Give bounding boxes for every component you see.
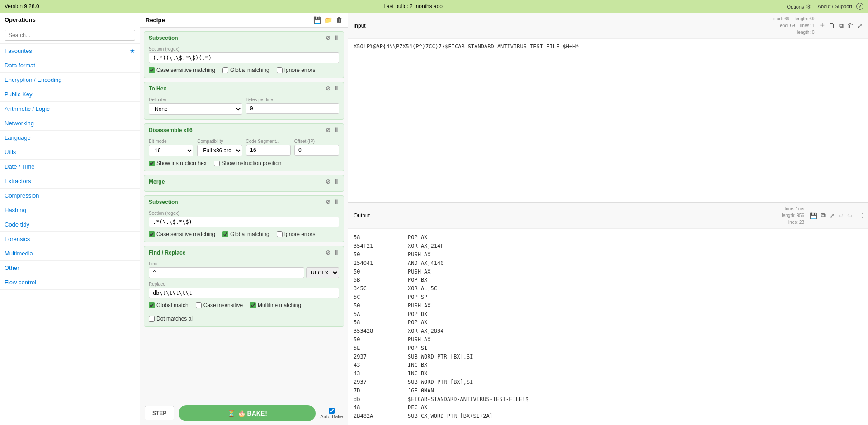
sidebar-item-utils[interactable]: Utils bbox=[0, 145, 140, 160]
delimiter-select[interactable]: None bbox=[149, 103, 242, 115]
op-block-title-findreplace: Find / Replace bbox=[149, 250, 185, 256]
pause-icon-merge[interactable]: ⏸ bbox=[333, 178, 339, 185]
disable-icon-subsection1[interactable]: ⊘ bbox=[326, 34, 330, 41]
auto-bake-checkbox[interactable] bbox=[329, 408, 335, 414]
code-segment-input[interactable] bbox=[246, 145, 291, 156]
show-hex-item[interactable]: Show instruction hex bbox=[149, 160, 207, 166]
clone-input-icon[interactable]: ⧉ bbox=[839, 22, 844, 29]
about-support-link[interactable]: About / Support bbox=[818, 4, 852, 9]
case-sensitive-cb-subsection2[interactable] bbox=[149, 231, 155, 237]
section-input-subsection2[interactable] bbox=[149, 217, 339, 227]
pause-icon-subsection2[interactable]: ⏸ bbox=[333, 198, 339, 205]
compatibility-select[interactable]: Full x86 architecture bbox=[197, 145, 242, 156]
case-sensitive-item-subsection1[interactable]: Case sensitive matching bbox=[149, 67, 215, 73]
output-addr: db bbox=[354, 396, 390, 403]
step-button[interactable]: STEP bbox=[145, 406, 174, 420]
clear-input-icon[interactable]: 🗑 bbox=[847, 22, 854, 29]
input-content[interactable]: X5O!P%@AP{4\\PZX54(P^)7CC)7}$EICAR-STAND… bbox=[348, 39, 868, 202]
disable-icon-disassemble[interactable]: ⊘ bbox=[326, 127, 330, 133]
sidebar-item-other[interactable]: Other bbox=[0, 261, 140, 275]
section-label: Section (regex) bbox=[149, 47, 339, 52]
dot-matches-item[interactable]: Dot matches all bbox=[149, 316, 194, 322]
case-insensitive-cb[interactable] bbox=[196, 302, 202, 308]
case-sensitive-item-subsection2[interactable]: Case sensitive matching bbox=[149, 231, 215, 237]
output-instr: POP SI bbox=[408, 345, 427, 352]
load-recipe-icon[interactable]: 📁 bbox=[325, 16, 332, 24]
ignore-errors-item-subsection2[interactable]: Ignore errors bbox=[277, 231, 316, 237]
disable-icon-findreplace[interactable]: ⊘ bbox=[326, 249, 330, 256]
fullscreen-output-icon[interactable]: ⛶ bbox=[856, 212, 863, 219]
pause-icon-subsection1[interactable]: ⏸ bbox=[333, 34, 339, 41]
global-matching-cb-subsection2[interactable] bbox=[222, 231, 228, 237]
sidebar-item-flow-control[interactable]: Flow control bbox=[0, 275, 140, 290]
show-position-item[interactable]: Show instruction position bbox=[214, 160, 282, 166]
recipe-header: Recipe 💾 📁 🗑 bbox=[140, 13, 348, 28]
disable-icon-subsection2[interactable]: ⊘ bbox=[326, 198, 330, 205]
search-input[interactable] bbox=[5, 30, 135, 41]
multiline-cb[interactable] bbox=[250, 302, 256, 308]
expand-output-icon[interactable]: ⤢ bbox=[829, 212, 835, 219]
sidebar-item-encryption---encoding[interactable]: Encryption / Encoding bbox=[0, 73, 140, 87]
options-button[interactable]: Options ⚙ bbox=[787, 3, 811, 10]
op-block-body-disassemble: Bit mode 16 Compatibility Full x86 archi… bbox=[144, 136, 344, 171]
main-layout: Operations Favourites★Data formatEncrypt… bbox=[0, 13, 868, 425]
undo-output-icon[interactable]: ↩ bbox=[838, 212, 844, 219]
sidebar-item-public-key[interactable]: Public Key bbox=[0, 87, 140, 102]
output-instr: XOR AL,5C bbox=[408, 285, 437, 293]
add-input-icon[interactable]: + bbox=[820, 21, 825, 30]
sidebar-item-language[interactable]: Language bbox=[0, 131, 140, 145]
sidebar-item-data-format[interactable]: Data format bbox=[0, 58, 140, 73]
pause-icon-findreplace[interactable]: ⏸ bbox=[333, 249, 339, 256]
bit-mode-select[interactable]: 16 bbox=[149, 145, 193, 156]
show-position-cb[interactable] bbox=[214, 161, 220, 166]
sidebar-item-arithmetic---logic[interactable]: Arithmetic / Logic bbox=[0, 102, 140, 116]
dot-matches-cb[interactable] bbox=[149, 316, 155, 322]
copy-output-icon[interactable]: ⧉ bbox=[821, 212, 826, 219]
global-matching-item-subsection1[interactable]: Global matching bbox=[222, 67, 269, 73]
delimiter-col: Delimiter None bbox=[149, 97, 242, 115]
multiline-item[interactable]: Multiline matching bbox=[250, 302, 301, 308]
open-input-icon[interactable]: 🗋 bbox=[828, 22, 835, 30]
global-matching-item-subsection2[interactable]: Global matching bbox=[222, 231, 269, 237]
save-output-icon[interactable]: 💾 bbox=[810, 212, 817, 219]
sidebar-item-hashing[interactable]: Hashing bbox=[0, 203, 140, 217]
sidebar-item-compression[interactable]: Compression bbox=[0, 189, 140, 203]
replace-input[interactable] bbox=[149, 288, 339, 298]
expand-input-icon[interactable]: ⤢ bbox=[857, 22, 863, 29]
case-sensitive-cb-subsection1[interactable] bbox=[149, 67, 155, 73]
find-mode-select[interactable]: REGEX bbox=[306, 267, 339, 278]
disable-icon-tohex[interactable]: ⊘ bbox=[326, 85, 330, 92]
sidebar-item-forensics[interactable]: Forensics bbox=[0, 232, 140, 246]
op-block-findreplace: Find / Replace ⊘ ⏸ Find REGEX Replace bbox=[144, 246, 344, 327]
redo-output-icon[interactable]: ↪ bbox=[847, 212, 853, 219]
checkbox-row-subsection2: Case sensitive matching Global matching … bbox=[149, 231, 339, 237]
bytes-per-line-input[interactable] bbox=[246, 103, 340, 114]
save-recipe-icon[interactable]: 💾 bbox=[313, 16, 321, 24]
global-match-item[interactable]: Global match bbox=[149, 302, 189, 308]
output-addr: 354F21 bbox=[354, 242, 390, 250]
case-insensitive-item[interactable]: Case insensitive bbox=[196, 302, 243, 308]
op-block-header-subsection1: Subsection ⊘ ⏸ bbox=[144, 32, 344, 44]
sidebar-item-favourites[interactable]: Favourites★ bbox=[0, 44, 140, 58]
input-stats: start: 69 length: 69 end: 69 lines: 1 le… bbox=[773, 15, 814, 36]
ignore-errors-cb-subsection1[interactable] bbox=[277, 67, 283, 73]
show-hex-cb[interactable] bbox=[149, 161, 155, 166]
op-block-subsection1: Subsection ⊘ ⏸ Section (regex) Case sens… bbox=[144, 31, 344, 78]
offset-input[interactable] bbox=[294, 145, 339, 156]
pause-icon-tohex[interactable]: ⏸ bbox=[333, 85, 339, 92]
disable-icon-merge[interactable]: ⊘ bbox=[326, 178, 330, 185]
sidebar-item-multimedia[interactable]: Multimedia bbox=[0, 246, 140, 261]
sidebar-item-date---time[interactable]: Date / Time bbox=[0, 160, 140, 174]
ignore-errors-cb-subsection2[interactable] bbox=[277, 231, 283, 237]
sidebar-item-code-tidy[interactable]: Code tidy bbox=[0, 217, 140, 232]
global-matching-cb-subsection1[interactable] bbox=[222, 67, 228, 73]
find-input[interactable] bbox=[149, 267, 304, 278]
sidebar-item-extractors[interactable]: Extractors bbox=[0, 174, 140, 189]
sidebar-item-networking[interactable]: Networking bbox=[0, 116, 140, 131]
pause-icon-disassemble[interactable]: ⏸ bbox=[333, 127, 339, 133]
clear-recipe-icon[interactable]: 🗑 bbox=[336, 16, 342, 24]
global-match-cb[interactable] bbox=[149, 302, 155, 308]
bake-button[interactable]: ⏳ 🎂 BAKE! bbox=[179, 405, 316, 421]
ignore-errors-item-subsection1[interactable]: Ignore errors bbox=[277, 67, 316, 73]
section-input-subsection1[interactable] bbox=[149, 52, 339, 63]
